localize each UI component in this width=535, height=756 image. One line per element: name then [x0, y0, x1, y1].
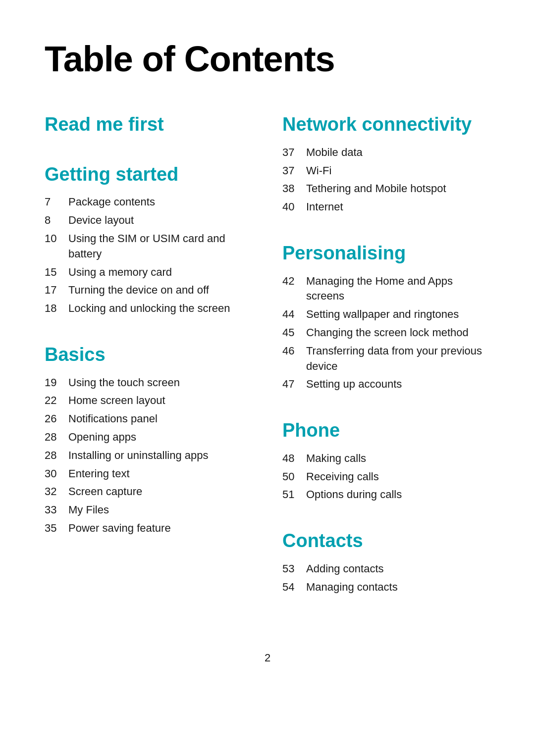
- toc-text: Using the touch screen: [68, 375, 180, 391]
- toc-text: Package contents: [68, 195, 155, 210]
- toc-text: Receiving calls: [306, 469, 379, 485]
- toc-number: 44: [282, 307, 306, 322]
- toc-text: Setting wallpaper and ringtones: [306, 307, 459, 322]
- list-item: 28 Opening apps: [45, 430, 253, 445]
- toc-text: Locking and unlocking the screen: [68, 301, 230, 316]
- toc-text: Notifications panel: [68, 411, 158, 427]
- list-item: 22 Home screen layout: [45, 393, 253, 408]
- toc-text: Power saving feature: [68, 521, 171, 536]
- toc-number: 37: [282, 145, 306, 160]
- section-title-personalising: Personalising: [282, 242, 490, 265]
- list-item: 17 Turning the device on and off: [45, 283, 253, 298]
- section-personalising: Personalising 42 Managing the Home and A…: [282, 242, 490, 392]
- list-item: 26 Notifications panel: [45, 411, 253, 427]
- section-network-connectivity: Network connectivity 37 Mobile data 37 W…: [282, 113, 490, 215]
- list-item: 37 Wi-Fi: [282, 163, 490, 179]
- list-item: 42 Managing the Home and Apps screens: [282, 274, 490, 304]
- toc-text: Home screen layout: [68, 393, 165, 408]
- toc-number: 17: [45, 283, 68, 298]
- toc-number: 10: [45, 231, 68, 247]
- toc-number: 18: [45, 301, 68, 316]
- toc-text: Using a memory card: [68, 265, 172, 280]
- list-item: 18 Locking and unlocking the screen: [45, 301, 253, 316]
- section-contacts: Contacts 53 Adding contacts 54 Managing …: [282, 530, 490, 595]
- toc-text: Managing the Home and Apps screens: [306, 274, 490, 304]
- toc-number: 54: [282, 580, 306, 595]
- toc-number: 7: [45, 195, 68, 210]
- toc-number: 19: [45, 375, 68, 391]
- toc-number: 32: [45, 484, 68, 500]
- toc-number: 38: [282, 181, 306, 197]
- toc-number: 42: [282, 274, 306, 289]
- list-item: 33 My Files: [45, 503, 253, 518]
- toc-text: Making calls: [306, 451, 366, 466]
- toc-text: Opening apps: [68, 430, 136, 445]
- list-item: 38 Tethering and Mobile hotspot: [282, 181, 490, 197]
- toc-text: Options during calls: [306, 487, 402, 503]
- page-number: 2: [265, 652, 270, 664]
- toc-number: 53: [282, 561, 306, 577]
- toc-text: Tethering and Mobile hotspot: [306, 181, 446, 197]
- list-item: 7 Package contents: [45, 195, 253, 210]
- toc-number: 8: [45, 213, 68, 228]
- toc-text: Transferring data from your previous dev…: [306, 344, 490, 374]
- list-item: 53 Adding contacts: [282, 561, 490, 577]
- toc-text: Wi-Fi: [306, 163, 331, 179]
- list-item: 35 Power saving feature: [45, 521, 253, 536]
- page-title: Table of Contents: [45, 40, 490, 79]
- toc-number: 46: [282, 344, 306, 359]
- toc-number: 48: [282, 451, 306, 466]
- list-item: 45 Changing the screen lock method: [282, 325, 490, 341]
- toc-text: Internet: [306, 200, 343, 215]
- toc-number: 28: [45, 448, 68, 463]
- list-item: 50 Receiving calls: [282, 469, 490, 485]
- toc-number: 15: [45, 265, 68, 280]
- toc-text: Turning the device on and off: [68, 283, 209, 298]
- toc-number: 37: [282, 163, 306, 179]
- section-getting-started: Getting started 7 Package contents 8 Dev…: [45, 163, 253, 316]
- toc-text: Installing or uninstalling apps: [68, 448, 209, 463]
- section-title-phone: Phone: [282, 419, 490, 442]
- section-title-getting-started: Getting started: [45, 163, 253, 186]
- toc-text: Using the SIM or USIM card and battery: [68, 231, 253, 262]
- toc-number: 40: [282, 200, 306, 215]
- getting-started-list: 7 Package contents 8 Device layout 10 Us…: [45, 195, 253, 316]
- list-item: 54 Managing contacts: [282, 580, 490, 595]
- network-connectivity-list: 37 Mobile data 37 Wi-Fi 38 Tethering and…: [282, 145, 490, 215]
- list-item: 15 Using a memory card: [45, 265, 253, 280]
- toc-number: 22: [45, 393, 68, 408]
- list-item: 32 Screen capture: [45, 484, 253, 500]
- contacts-list: 53 Adding contacts 54 Managing contacts: [282, 561, 490, 595]
- list-item: 37 Mobile data: [282, 145, 490, 160]
- page-footer: 2: [45, 652, 490, 664]
- toc-text: Adding contacts: [306, 561, 384, 577]
- toc-text: Changing the screen lock method: [306, 325, 469, 341]
- toc-text: Managing contacts: [306, 580, 398, 595]
- toc-number: 51: [282, 487, 306, 503]
- list-item: 48 Making calls: [282, 451, 490, 466]
- list-item: 19 Using the touch screen: [45, 375, 253, 391]
- toc-number: 45: [282, 325, 306, 341]
- list-item: 30 Entering text: [45, 466, 253, 482]
- list-item: 28 Installing or uninstalling apps: [45, 448, 253, 463]
- toc-number: 33: [45, 503, 68, 518]
- toc-text: Entering text: [68, 466, 130, 482]
- left-column: Read me first Getting started 7 Package …: [45, 113, 253, 622]
- toc-number: 26: [45, 411, 68, 427]
- toc-number: 28: [45, 430, 68, 445]
- section-title-network-connectivity: Network connectivity: [282, 113, 490, 136]
- toc-text: Device layout: [68, 213, 134, 228]
- phone-list: 48 Making calls 50 Receiving calls 51 Op…: [282, 451, 490, 503]
- list-item: 8 Device layout: [45, 213, 253, 228]
- section-phone: Phone 48 Making calls 50 Receiving calls…: [282, 419, 490, 503]
- toc-number: 50: [282, 469, 306, 485]
- list-item: 46 Transferring data from your previous …: [282, 344, 490, 374]
- basics-list: 19 Using the touch screen 22 Home screen…: [45, 375, 253, 536]
- toc-number: 35: [45, 521, 68, 536]
- list-item: 47 Setting up accounts: [282, 377, 490, 392]
- section-title-basics: Basics: [45, 344, 253, 366]
- list-item: 44 Setting wallpaper and ringtones: [282, 307, 490, 322]
- toc-text: Setting up accounts: [306, 377, 402, 392]
- section-read-me-first: Read me first: [45, 113, 253, 136]
- section-title-contacts: Contacts: [282, 530, 490, 553]
